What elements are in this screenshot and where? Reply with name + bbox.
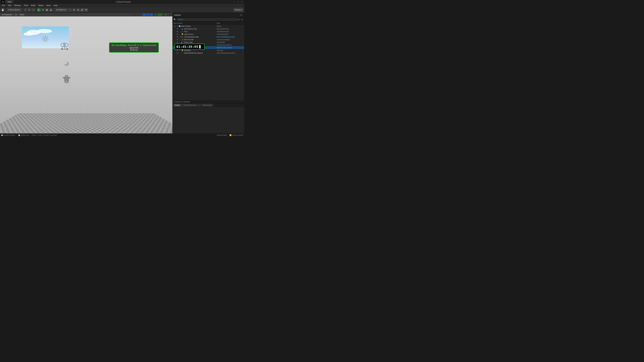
visibility-icon-redkomodo[interactable]: 👁 bbox=[176, 39, 179, 40]
tree-item-playerstart[interactable]: 👁 ▶ Player Start PlayerStart bbox=[172, 41, 244, 43]
cmd-item[interactable]: Cmd ▾ bbox=[32, 134, 37, 136]
tab-place-actors[interactable]: Place Actors bbox=[201, 104, 214, 107]
console-input-item[interactable] bbox=[38, 134, 72, 136]
outliner-close-button[interactable]: ✕ bbox=[240, 14, 243, 16]
tree-item-lightsource[interactable]: 👁 💡 Light Source DirectionalLight bbox=[172, 33, 244, 35]
tab-details[interactable]: Details bbox=[173, 104, 182, 107]
menu-window[interactable]: Window bbox=[13, 4, 22, 7]
snap-button[interactable]: 🔗 bbox=[80, 8, 84, 11]
menu-actor[interactable]: Actor bbox=[45, 4, 52, 7]
vp-indicator-6[interactable]: 10 bbox=[150, 13, 153, 16]
tree-type-skylight: SkyLight bbox=[217, 49, 244, 51]
vp-indicator-5[interactable]: 3 bbox=[146, 13, 149, 16]
platforms-dropdown-icon: ▾ bbox=[66, 9, 66, 11]
visibility-icon-light[interactable]: 👁 bbox=[176, 33, 179, 35]
col-label-header[interactable]: Item Label ▾ bbox=[174, 22, 216, 24]
minimize-button[interactable]: ─ bbox=[233, 1, 236, 3]
tree-item-main[interactable]: 👁 🌍 Main (Editor) World bbox=[172, 25, 244, 27]
launcher-button[interactable]: + bbox=[68, 8, 72, 11]
tree-type-main: World bbox=[217, 25, 244, 27]
outliner-header: Outliner ✕ bbox=[172, 13, 244, 17]
camera-button[interactable]: 📷 bbox=[84, 8, 88, 11]
expand-arrow-main[interactable] bbox=[177, 25, 178, 27]
tree-item-redkomodo[interactable]: 👁 🎥 Red Komodo CineCameraActor bbox=[172, 38, 244, 41]
vp-indicator-9[interactable]: 1.0/4 bbox=[163, 13, 168, 16]
content-drawer-item[interactable]: 📁 Content Drawer bbox=[1, 134, 15, 136]
save-button[interactable]: 💾 bbox=[1, 8, 4, 11]
tab-timecode-close[interactable]: ✕ bbox=[198, 104, 199, 106]
source-control-item[interactable]: 🔀 Source Control bbox=[230, 134, 243, 136]
stop-button[interactable]: ⏹ bbox=[45, 8, 49, 11]
viewport[interactable]: ◈ Perspective Lit Show ⬡ ⬡ ⬡ Lit 3 10 4k… bbox=[0, 13, 172, 133]
transform-button[interactable]: ⤢ bbox=[24, 8, 27, 11]
tree-label-sphererefl: SphereReflectionCapture bbox=[184, 52, 217, 54]
menu-help[interactable]: Help bbox=[52, 4, 59, 7]
platforms-icon: 🖥 bbox=[56, 9, 58, 11]
lit-button[interactable]: Lit bbox=[14, 13, 18, 16]
vp-indicator-3[interactable]: ⬡ bbox=[138, 13, 142, 16]
tree-type-redkomodo: CineCameraActor bbox=[217, 39, 244, 40]
output-log-item[interactable]: 📋 Output Log bbox=[18, 134, 29, 136]
menu-build[interactable]: Build bbox=[30, 4, 36, 7]
main-tab[interactable]: Main bbox=[6, 0, 14, 3]
vp-maximize-button[interactable]: ⤢ bbox=[168, 13, 172, 16]
restore-button[interactable]: □ bbox=[237, 1, 239, 3]
search-icon: 🔍 bbox=[174, 18, 176, 21]
menu-edit[interactable]: Edit bbox=[7, 4, 12, 7]
tree-type-skysphere[interactable]: Edit BP_Sky_Sphere bbox=[217, 47, 244, 49]
visibility-icon-sphererefl[interactable]: 👁 bbox=[176, 52, 179, 54]
vp-indicator-2[interactable]: ⬡ bbox=[135, 13, 138, 16]
tree-label-floor: Floor bbox=[184, 31, 217, 32]
visibility-icon-floor[interactable]: 👁 bbox=[176, 31, 179, 32]
scale-button[interactable]: ⤡ bbox=[32, 8, 35, 11]
rotate-button[interactable]: ↻ bbox=[28, 8, 31, 11]
camera-rig-icon bbox=[60, 42, 70, 52]
pause-button[interactable]: ⏸ bbox=[41, 8, 44, 11]
eject-button[interactable]: ⏏ bbox=[49, 8, 53, 11]
title-bar-right: ─ □ ✕ bbox=[233, 1, 243, 3]
title-bar-left: U Main bbox=[1, 0, 14, 3]
tree-item-floor[interactable]: 👁 ⬡ Floor StaticMeshActor bbox=[172, 30, 244, 33]
separator-1 bbox=[5, 8, 6, 11]
play-button[interactable]: ▶ bbox=[37, 8, 40, 11]
derived-data-item[interactable]: Derived Data bbox=[217, 134, 226, 136]
menu-tools[interactable]: Tools bbox=[22, 4, 30, 7]
platforms-button[interactable]: 🖥 Platforms ▾ bbox=[55, 8, 68, 12]
vp-indicator-7[interactable]: 4k bbox=[154, 13, 157, 16]
actors-count: 10 actors (1 selected) bbox=[172, 100, 244, 103]
settings-icon[interactable]: ⚙ bbox=[72, 8, 76, 11]
vp-indicator-8[interactable]: 0.25 bbox=[157, 13, 162, 16]
close-button[interactable]: ✕ bbox=[240, 1, 243, 3]
settings-button[interactable]: Settings ▾ bbox=[234, 8, 243, 12]
output-log-label: Output Log bbox=[21, 134, 29, 136]
menu-file[interactable]: File bbox=[1, 4, 6, 7]
tree-item-lsunconfig[interactable]: 👁 ⚙ LSUnDisplayConfig Edit LSUnDisplayCo… bbox=[172, 35, 244, 38]
tree-label-lightsource: Light Source bbox=[184, 33, 217, 35]
tree-item-fog[interactable]: 👁 ☁ Atmospheric Fog AtmosphericFog bbox=[172, 27, 244, 30]
visibility-icon-main[interactable]: 👁 bbox=[174, 25, 176, 27]
select-mode-button[interactable]: ⬆ Select Mode ▾ bbox=[6, 8, 22, 12]
tree-type-lsun[interactable]: Edit LSUnDisplayConfig bbox=[217, 36, 244, 38]
tree-item-sphererefl[interactable]: 👁 ○ SphereReflectionCapture SphereReflec… bbox=[172, 52, 244, 54]
content-drawer-icon: 📁 bbox=[1, 134, 3, 136]
vp-indicator-4[interactable]: Lit bbox=[142, 13, 146, 16]
timecode-widget[interactable]: 01:45:39:05 bbox=[174, 43, 204, 50]
visibility-icon-playerstart[interactable]: 👁 bbox=[176, 41, 179, 43]
outliner-tree[interactable]: 👁 🌍 Main (Editor) World 👁 ☁ Atmospheric … bbox=[172, 25, 244, 100]
tree-label-playerstart: Player Start bbox=[184, 41, 217, 43]
search-input[interactable] bbox=[177, 18, 238, 21]
tab-timecode-provider[interactable]: Timecode Provid... ✕ bbox=[182, 104, 201, 107]
sync-title: BP_BlackMagic_GenLock_C_0 : Synchronized bbox=[112, 44, 156, 46]
menu-select[interactable]: Select bbox=[37, 4, 45, 7]
show-button[interactable]: Show bbox=[18, 13, 25, 16]
visibility-icon-lsun[interactable]: 👁 bbox=[176, 36, 179, 38]
perspective-button[interactable]: ◈ Perspective bbox=[1, 13, 14, 16]
console-input[interactable] bbox=[38, 134, 72, 136]
expand-arrow-lsun[interactable] bbox=[180, 36, 181, 38]
grid-button[interactable]: ⊞ bbox=[76, 8, 80, 11]
view-options-icon[interactable]: ⚙ bbox=[239, 18, 241, 21]
vp-indicator-1[interactable]: ⬡ bbox=[131, 13, 134, 16]
bp-icon-lsun: ⚙ bbox=[181, 36, 184, 38]
filter-icon[interactable]: ☰ bbox=[241, 18, 243, 21]
visibility-icon-fog[interactable]: 👁 bbox=[176, 28, 179, 30]
